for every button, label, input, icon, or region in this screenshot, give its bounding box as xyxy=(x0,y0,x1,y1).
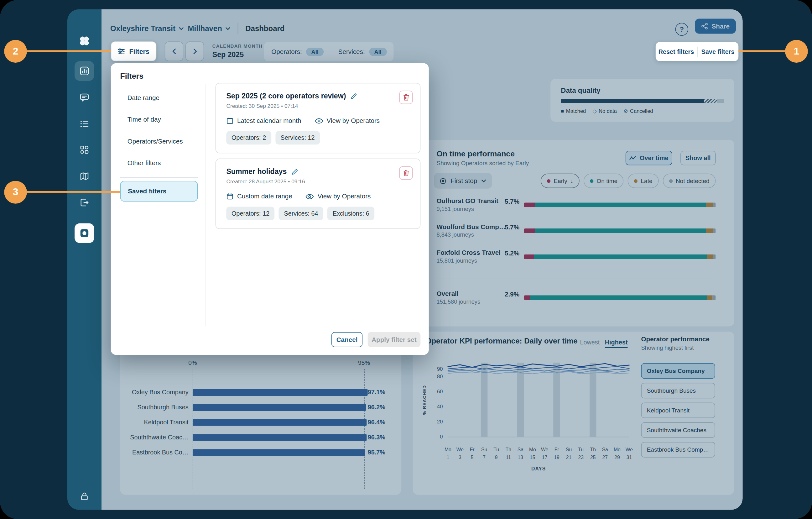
save-filters-button[interactable]: Save filters xyxy=(697,48,738,55)
grid-icon xyxy=(79,144,90,155)
edit-icon xyxy=(291,168,298,174)
list-icon xyxy=(79,119,90,129)
bar-chart-icon xyxy=(75,61,94,81)
filter-chip: Services: 64 xyxy=(279,207,323,220)
filter-sliders-icon xyxy=(118,48,125,55)
filter-actions: Reset filters Save filters xyxy=(656,42,738,61)
saved-filter-created: Created: 28 August 2025 • 09:16 xyxy=(226,178,410,185)
callout-line-2 xyxy=(27,50,111,52)
sidebar-item-app-tile[interactable] xyxy=(75,223,94,243)
modal-nav-time-of-day[interactable]: Time of day xyxy=(120,109,198,130)
cancel-button[interactable]: Cancel xyxy=(331,332,362,347)
filters-button-label: Filters xyxy=(129,47,149,55)
saved-filter-created: Created: 30 Sep 2025 • 07:14 xyxy=(226,103,410,109)
callout-line-3 xyxy=(27,191,120,193)
date-mode: Custom date range xyxy=(226,193,292,200)
reset-filters-button[interactable]: Reset filters xyxy=(656,48,697,55)
delete-filter-button[interactable] xyxy=(399,90,413,104)
calendar-icon xyxy=(226,193,233,200)
edit-icon xyxy=(351,92,357,99)
modal-nav-date-range[interactable]: Date range xyxy=(120,87,198,109)
filter-chip: Services: 12 xyxy=(276,131,320,144)
eye-icon xyxy=(306,193,314,199)
app-tile-icon xyxy=(75,223,94,243)
view-mode: View by Operators xyxy=(315,117,380,125)
lock-icon xyxy=(79,491,90,501)
callout-badge-3: 3 xyxy=(4,181,27,204)
view-mode: View by Operators xyxy=(306,193,371,200)
modal-divider xyxy=(205,84,206,327)
sidebar-item-map[interactable] xyxy=(79,171,90,182)
saved-filter-chips: Operators: 12Services: 64Exclusions: 6 xyxy=(226,207,410,220)
modal-nav-operators-services[interactable]: Operators/Services xyxy=(120,131,198,152)
callout-number: 3 xyxy=(13,187,18,198)
callout-badge-2: 2 xyxy=(4,40,27,63)
map-icon xyxy=(79,171,90,182)
eye-icon xyxy=(315,118,323,124)
modal-nav: Date rangeTime of dayOperators/ServicesO… xyxy=(120,87,198,201)
screenshot-stage: Oxleyshire Transit Millhaven Dashboard ?… xyxy=(0,0,812,519)
sidebar xyxy=(67,9,102,510)
filter-chip: Exclusions: 6 xyxy=(327,207,374,220)
modal-nav-other-filters[interactable]: Other filters xyxy=(120,152,198,174)
chat-icon xyxy=(79,92,90,103)
callout-badge-1: 1 xyxy=(785,40,808,63)
trash-icon xyxy=(403,169,409,177)
saved-filter-title: Summer holidays xyxy=(226,167,287,175)
edit-filter-button[interactable] xyxy=(351,92,357,99)
logout-icon xyxy=(79,197,90,208)
calendar-icon xyxy=(226,117,233,125)
modal-title: Filters xyxy=(120,72,143,80)
callout-number: 1 xyxy=(794,46,799,57)
sidebar-item-analytics[interactable] xyxy=(75,61,94,81)
sidebar-item-list[interactable] xyxy=(79,119,90,129)
sidebar-item-logout[interactable] xyxy=(79,197,90,208)
saved-filter-chips: Operators: 2Services: 12 xyxy=(226,131,410,144)
saved-filter-card: Sep 2025 (2 core operators review) Creat… xyxy=(215,83,421,153)
nav-divider xyxy=(120,177,198,178)
filters-button[interactable]: Filters xyxy=(111,42,156,61)
filter-chip: Operators: 2 xyxy=(226,131,271,144)
saved-filter-card: Summer holidays Created: 28 August 2025 … xyxy=(215,159,421,229)
modal-nav-saved-filters[interactable]: Saved filters xyxy=(120,181,198,201)
callout-number: 2 xyxy=(13,46,18,57)
app-logo-icon xyxy=(78,34,91,48)
delete-filter-button[interactable] xyxy=(399,166,413,180)
edit-filter-button[interactable] xyxy=(291,168,298,174)
callout-line-1 xyxy=(738,50,785,52)
sidebar-item-apps[interactable] xyxy=(79,144,90,155)
app-frame: Oxleyshire Transit Millhaven Dashboard ?… xyxy=(0,0,812,519)
saved-filter-title: Sep 2025 (2 core operators review) xyxy=(226,92,346,100)
saved-filters-list: Sep 2025 (2 core operators review) Creat… xyxy=(215,83,421,234)
trash-icon xyxy=(403,94,409,101)
apply-filter-set-button[interactable]: Apply filter set xyxy=(368,332,421,347)
filter-chip: Operators: 12 xyxy=(226,207,274,220)
filters-modal: Filters Date rangeTime of dayOperators/S… xyxy=(111,63,429,355)
sidebar-item-lock[interactable] xyxy=(79,491,90,501)
date-mode: Latest calendar month xyxy=(226,117,301,125)
sidebar-item-messages[interactable] xyxy=(79,92,90,103)
